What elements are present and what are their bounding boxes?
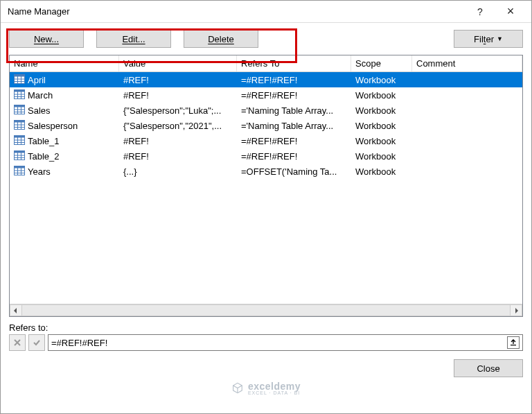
header-comment[interactable]: Comment <box>412 55 522 71</box>
collapse-dialog-icon[interactable] <box>507 336 520 349</box>
cell-name: Table_2 <box>10 150 119 162</box>
cell-name: Sales <box>10 105 119 117</box>
table-row[interactable]: March#REF!=#REF!#REF!Workbook <box>10 87 522 103</box>
cell-refers: =#REF!#REF! <box>237 90 351 101</box>
table-icon <box>14 74 25 86</box>
table-row[interactable]: Years{...}=OFFSET('Naming Ta...Workbook <box>10 164 522 179</box>
svg-rect-25 <box>15 135 25 137</box>
header-refers[interactable]: Refers To <box>237 55 351 71</box>
cell-name: March <box>10 89 119 101</box>
svg-rect-13 <box>15 105 25 107</box>
cell-refers: =OFFSET('Naming Ta... <box>237 166 351 177</box>
cell-value: #REF! <box>119 90 237 101</box>
edit-button[interactable]: Edit... <box>96 30 171 48</box>
table-icon <box>14 120 25 132</box>
cell-name: Years <box>10 166 119 178</box>
toolbar: New... Edit... Delete Filter▼ <box>1 23 531 55</box>
cell-refers: =#REF!#REF! <box>237 151 351 162</box>
cell-scope: Workbook <box>351 75 412 85</box>
cell-scope: Workbook <box>351 121 412 131</box>
confirm-edit-button[interactable] <box>28 334 45 351</box>
cell-scope: Workbook <box>351 105 412 116</box>
header-name[interactable]: Name <box>10 55 119 71</box>
dialog-footer: Close <box>1 351 531 386</box>
scroll-right-icon[interactable] <box>510 304 522 316</box>
close-window-button[interactable]: × <box>495 1 526 22</box>
cell-value: #REF! <box>119 151 237 162</box>
filter-button[interactable]: Filter▼ <box>454 30 523 48</box>
svg-rect-42 <box>511 345 516 345</box>
svg-rect-37 <box>15 166 25 168</box>
rows-container: April#REF!=#REF!#REF!WorkbookMarch#REF!=… <box>10 72 522 304</box>
header-value[interactable]: Value <box>119 55 237 71</box>
refers-to-row: =#REF!#REF! <box>9 334 523 351</box>
title-bar: Name Manager ? × <box>1 1 531 23</box>
horizontal-scrollbar[interactable] <box>10 304 522 316</box>
scroll-track[interactable] <box>22 304 510 316</box>
svg-rect-19 <box>15 120 25 122</box>
refers-to-input[interactable]: =#REF!#REF! <box>48 334 523 351</box>
help-button[interactable]: ? <box>465 1 495 22</box>
cell-scope: Workbook <box>351 136 412 146</box>
table-icon <box>14 135 25 147</box>
cell-refers: =#REF!#REF! <box>237 136 351 146</box>
cell-name: Table_1 <box>10 135 119 147</box>
cell-scope: Workbook <box>351 90 412 101</box>
cancel-edit-button[interactable] <box>9 334 26 351</box>
refers-to-label: Refers to: <box>9 322 523 333</box>
table-icon <box>14 105 25 117</box>
header-scope[interactable]: Scope <box>351 55 412 71</box>
cell-scope: Workbook <box>351 151 412 162</box>
cell-value: {"Salesperson";"Luka";... <box>119 105 237 116</box>
delete-button[interactable]: Delete <box>184 30 258 48</box>
cell-scope: Workbook <box>351 166 412 177</box>
table-row[interactable]: Salesperson{"Salesperson","2021",...='Na… <box>10 118 522 133</box>
table-row[interactable]: Table_2#REF!=#REF!#REF!Workbook <box>10 148 522 164</box>
cell-name: Salesperson <box>10 120 119 132</box>
name-list: Name Value Refers To Scope Comment April… <box>9 55 523 317</box>
scroll-left-icon[interactable] <box>10 304 22 316</box>
chevron-down-icon: ▼ <box>497 35 503 42</box>
cell-name: April <box>10 74 119 86</box>
new-button[interactable]: New... <box>9 30 84 48</box>
table-row[interactable]: Sales{"Salesperson";"Luka";...='Naming T… <box>10 103 522 118</box>
table-icon <box>14 89 25 101</box>
svg-rect-1 <box>15 74 25 76</box>
cell-refers: ='Naming Table Array... <box>237 105 351 116</box>
svg-rect-7 <box>15 89 25 92</box>
cell-value: {"Salesperson","2021",... <box>119 121 237 131</box>
window-title: Name Manager <box>8 6 465 17</box>
cell-value: {...} <box>119 166 237 177</box>
close-button[interactable]: Close <box>454 359 523 377</box>
cell-refers: =#REF!#REF! <box>237 75 351 85</box>
cell-refers: ='Naming Table Array... <box>237 121 351 131</box>
cell-value: #REF! <box>119 75 237 85</box>
column-headers: Name Value Refers To Scope Comment <box>10 55 522 72</box>
svg-rect-31 <box>15 150 25 153</box>
table-row[interactable]: April#REF!=#REF!#REF!Workbook <box>10 72 522 87</box>
table-row[interactable]: Table_1#REF!=#REF!#REF!Workbook <box>10 133 522 148</box>
table-icon <box>14 150 25 162</box>
table-icon <box>14 166 25 178</box>
cell-value: #REF! <box>119 136 237 146</box>
